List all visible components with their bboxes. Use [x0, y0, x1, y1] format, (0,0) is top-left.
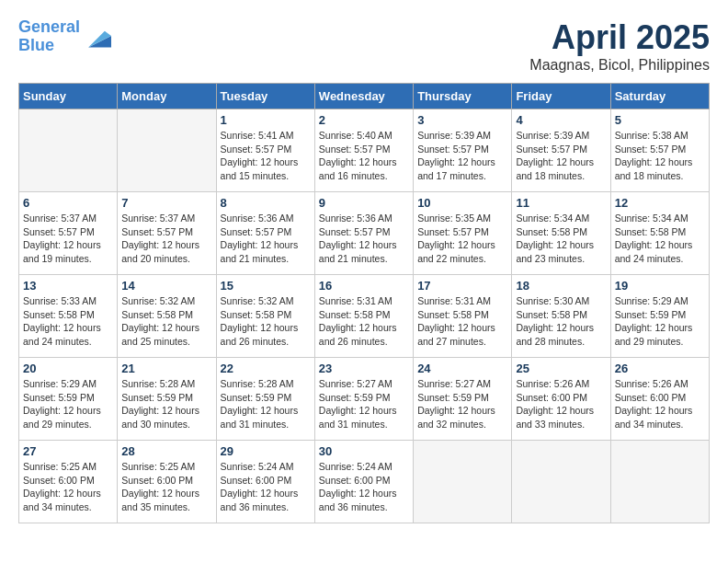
calendar-cell: 11Sunrise: 5:34 AMSunset: 5:58 PMDayligh… [512, 192, 610, 275]
calendar-cell: 14Sunrise: 5:32 AMSunset: 5:58 PMDayligh… [118, 275, 216, 358]
calendar-cell [414, 441, 512, 523]
calendar-cell: 24Sunrise: 5:27 AMSunset: 5:59 PMDayligh… [414, 358, 512, 441]
calendar-cell [19, 109, 118, 192]
day-info: Sunrise: 5:30 AMSunset: 5:58 PMDaylight:… [516, 294, 606, 349]
calendar-cell: 27Sunrise: 5:25 AMSunset: 6:00 PMDayligh… [19, 441, 118, 523]
day-number: 16 [319, 279, 409, 293]
logo-blue: Blue [18, 36, 54, 54]
day-number: 4 [516, 113, 606, 127]
day-number: 9 [319, 196, 409, 210]
calendar-cell: 9Sunrise: 5:36 AMSunset: 5:57 PMDaylight… [314, 192, 413, 275]
calendar-cell [118, 109, 216, 192]
calendar-cell: 25Sunrise: 5:26 AMSunset: 6:00 PMDayligh… [512, 358, 610, 441]
day-info: Sunrise: 5:38 AMSunset: 5:57 PMDaylight:… [615, 129, 705, 183]
day-info: Sunrise: 5:24 AMSunset: 6:00 PMDaylight:… [221, 460, 311, 514]
logo-text: General Blue [18, 18, 80, 55]
day-number: 22 [221, 362, 311, 375]
day-info: Sunrise: 5:34 AMSunset: 5:58 PMDaylight:… [615, 212, 705, 266]
calendar-cell: 3Sunrise: 5:39 AMSunset: 5:57 PMDaylight… [414, 109, 512, 192]
day-info: Sunrise: 5:37 AMSunset: 5:57 PMDaylight:… [23, 212, 113, 266]
calendar-week-5: 27Sunrise: 5:25 AMSunset: 6:00 PMDayligh… [19, 441, 710, 523]
day-info: Sunrise: 5:39 AMSunset: 5:57 PMDaylight:… [417, 129, 507, 183]
day-info: Sunrise: 5:29 AMSunset: 5:59 PMDaylight:… [23, 377, 113, 431]
day-number: 6 [23, 196, 113, 210]
header: General Blue April 2025 Maagnas, Bicol, … [18, 18, 710, 74]
title-area: April 2025 Maagnas, Bicol, Philippines [529, 18, 710, 74]
day-info: Sunrise: 5:27 AMSunset: 5:59 PMDaylight:… [417, 377, 507, 431]
calendar-cell: 19Sunrise: 5:29 AMSunset: 5:59 PMDayligh… [610, 275, 709, 358]
day-number: 25 [516, 362, 606, 375]
logo-general: General [18, 17, 80, 36]
day-info: Sunrise: 5:31 AMSunset: 5:58 PMDaylight:… [417, 294, 507, 349]
calendar-cell: 4Sunrise: 5:39 AMSunset: 5:57 PMDaylight… [512, 109, 610, 192]
calendar-cell: 7Sunrise: 5:37 AMSunset: 5:57 PMDaylight… [118, 192, 216, 275]
weekday-header-tuesday: Tuesday [216, 84, 314, 109]
day-number: 14 [121, 279, 211, 293]
day-info: Sunrise: 5:29 AMSunset: 5:59 PMDaylight:… [615, 294, 705, 349]
calendar-cell: 18Sunrise: 5:30 AMSunset: 5:58 PMDayligh… [512, 275, 610, 358]
day-number: 2 [319, 113, 409, 127]
calendar-week-4: 20Sunrise: 5:29 AMSunset: 5:59 PMDayligh… [19, 358, 710, 441]
month-title: April 2025 [529, 18, 710, 57]
day-number: 12 [615, 196, 705, 210]
day-info: Sunrise: 5:31 AMSunset: 5:58 PMDaylight:… [319, 294, 409, 349]
day-info: Sunrise: 5:27 AMSunset: 5:59 PMDaylight:… [319, 377, 409, 431]
day-number: 23 [319, 362, 409, 375]
day-number: 11 [516, 196, 606, 210]
calendar-cell [512, 441, 610, 523]
day-number: 17 [417, 279, 507, 293]
calendar-cell [610, 441, 709, 523]
day-info: Sunrise: 5:40 AMSunset: 5:57 PMDaylight:… [319, 129, 409, 183]
calendar-cell: 23Sunrise: 5:27 AMSunset: 5:59 PMDayligh… [314, 358, 413, 441]
day-number: 26 [615, 362, 705, 375]
day-number: 19 [615, 279, 705, 293]
location-title: Maagnas, Bicol, Philippines [529, 57, 710, 74]
day-number: 15 [221, 279, 311, 293]
day-number: 8 [221, 196, 311, 210]
calendar-cell: 5Sunrise: 5:38 AMSunset: 5:57 PMDaylight… [610, 109, 709, 192]
calendar-cell: 17Sunrise: 5:31 AMSunset: 5:58 PMDayligh… [414, 275, 512, 358]
day-info: Sunrise: 5:24 AMSunset: 6:00 PMDaylight:… [319, 460, 409, 514]
day-number: 5 [615, 113, 705, 127]
day-number: 29 [221, 444, 311, 458]
calendar-cell: 20Sunrise: 5:29 AMSunset: 5:59 PMDayligh… [19, 358, 118, 441]
day-info: Sunrise: 5:32 AMSunset: 5:58 PMDaylight:… [121, 294, 211, 349]
weekday-header-sunday: Sunday [19, 84, 118, 109]
logo-icon [82, 24, 111, 50]
day-info: Sunrise: 5:36 AMSunset: 5:57 PMDaylight:… [319, 212, 409, 266]
calendar-cell: 10Sunrise: 5:35 AMSunset: 5:57 PMDayligh… [414, 192, 512, 275]
calendar-cell: 12Sunrise: 5:34 AMSunset: 5:58 PMDayligh… [610, 192, 709, 275]
day-number: 3 [417, 113, 507, 127]
day-info: Sunrise: 5:32 AMSunset: 5:58 PMDaylight:… [221, 294, 311, 349]
calendar-cell: 30Sunrise: 5:24 AMSunset: 6:00 PMDayligh… [314, 441, 413, 523]
calendar-cell: 6Sunrise: 5:37 AMSunset: 5:57 PMDaylight… [19, 192, 118, 275]
calendar-cell: 2Sunrise: 5:40 AMSunset: 5:57 PMDaylight… [314, 109, 413, 192]
day-number: 7 [121, 196, 211, 210]
day-info: Sunrise: 5:35 AMSunset: 5:57 PMDaylight:… [417, 212, 507, 266]
calendar-cell: 1Sunrise: 5:41 AMSunset: 5:57 PMDaylight… [216, 109, 314, 192]
calendar-week-1: 1Sunrise: 5:41 AMSunset: 5:57 PMDaylight… [19, 109, 710, 192]
calendar-cell: 21Sunrise: 5:28 AMSunset: 5:59 PMDayligh… [118, 358, 216, 441]
calendar-week-2: 6Sunrise: 5:37 AMSunset: 5:57 PMDaylight… [19, 192, 710, 275]
calendar-cell: 29Sunrise: 5:24 AMSunset: 6:00 PMDayligh… [216, 441, 314, 523]
day-info: Sunrise: 5:26 AMSunset: 6:00 PMDaylight:… [516, 377, 606, 431]
calendar-cell: 26Sunrise: 5:26 AMSunset: 6:00 PMDayligh… [610, 358, 709, 441]
day-number: 20 [23, 362, 113, 375]
calendar-cell: 15Sunrise: 5:32 AMSunset: 5:58 PMDayligh… [216, 275, 314, 358]
calendar-table: SundayMondayTuesdayWednesdayThursdayFrid… [18, 83, 710, 523]
calendar-cell: 28Sunrise: 5:25 AMSunset: 6:00 PMDayligh… [118, 441, 216, 523]
weekday-header-monday: Monday [118, 84, 216, 109]
day-number: 10 [417, 196, 507, 210]
day-number: 27 [23, 444, 113, 458]
day-number: 1 [221, 113, 311, 127]
day-info: Sunrise: 5:25 AMSunset: 6:00 PMDaylight:… [121, 460, 211, 514]
day-info: Sunrise: 5:36 AMSunset: 5:57 PMDaylight:… [221, 212, 311, 266]
weekday-header-thursday: Thursday [414, 84, 512, 109]
day-number: 24 [417, 362, 507, 375]
calendar-cell: 22Sunrise: 5:28 AMSunset: 5:59 PMDayligh… [216, 358, 314, 441]
calendar-cell: 8Sunrise: 5:36 AMSunset: 5:57 PMDaylight… [216, 192, 314, 275]
weekday-header-row: SundayMondayTuesdayWednesdayThursdayFrid… [19, 84, 710, 109]
day-info: Sunrise: 5:28 AMSunset: 5:59 PMDaylight:… [221, 377, 311, 431]
day-info: Sunrise: 5:25 AMSunset: 6:00 PMDaylight:… [23, 460, 113, 514]
day-info: Sunrise: 5:26 AMSunset: 6:00 PMDaylight:… [615, 377, 705, 431]
